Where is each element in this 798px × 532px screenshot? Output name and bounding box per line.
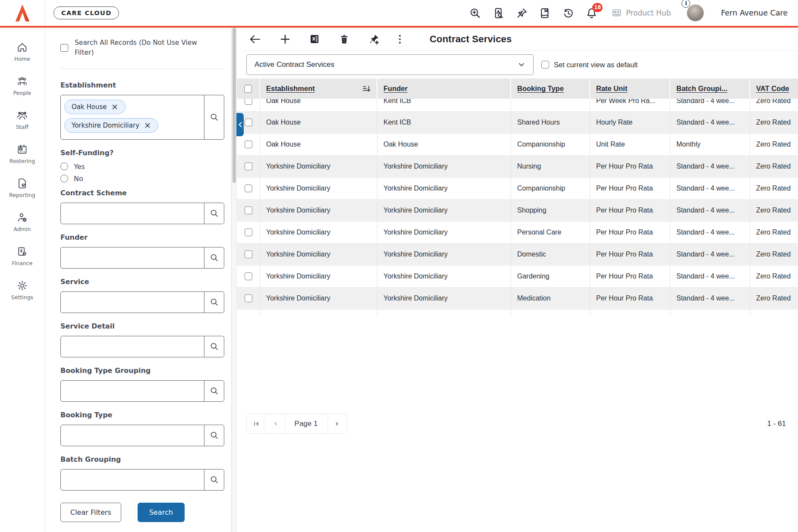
row-checkbox[interactable] bbox=[245, 141, 252, 148]
row-select-cell[interactable] bbox=[237, 99, 260, 112]
text-input[interactable] bbox=[61, 381, 204, 401]
chip-yorkshire-domiciliary[interactable]: Yorkshire Domiciliary bbox=[64, 118, 158, 133]
lookup-search-button[interactable] bbox=[204, 203, 224, 224]
text-input[interactable] bbox=[61, 203, 204, 224]
row-checkbox[interactable] bbox=[245, 119, 252, 126]
sidebar-item-settings[interactable]: Settings bbox=[11, 280, 33, 300]
notifications-bell-icon[interactable]: 18 bbox=[586, 7, 597, 19]
lookup-search-button[interactable] bbox=[204, 292, 224, 313]
filter-field-input[interactable] bbox=[60, 291, 224, 313]
delete-button[interactable] bbox=[339, 34, 349, 44]
table-row[interactable]: Yorkshire DomiciliaryYorkshire Domicilia… bbox=[237, 310, 798, 316]
pin-view-button[interactable] bbox=[368, 34, 380, 45]
text-input[interactable] bbox=[61, 292, 204, 313]
establishment-lookup-button[interactable] bbox=[204, 95, 224, 139]
lookup-search-button[interactable] bbox=[204, 247, 224, 268]
history-icon[interactable] bbox=[562, 7, 574, 19]
radio-yes[interactable] bbox=[60, 163, 68, 170]
row-select-cell[interactable] bbox=[237, 156, 260, 177]
back-button[interactable] bbox=[249, 34, 261, 44]
table-row[interactable]: Yorkshire DomiciliaryYorkshire Domicilia… bbox=[237, 200, 798, 222]
row-checkbox[interactable] bbox=[245, 228, 252, 236]
row-checkbox[interactable] bbox=[245, 294, 252, 302]
add-button[interactable] bbox=[280, 34, 290, 44]
bookmark-icon[interactable] bbox=[539, 7, 551, 19]
sidebar-item-reporting[interactable]: Reporting bbox=[9, 178, 35, 198]
table-row[interactable]: Yorkshire DomiciliaryYorkshire Domicilia… bbox=[237, 266, 798, 288]
sidebar-item-finance[interactable]: $ Finance bbox=[12, 246, 33, 266]
sidebar-item-rostering[interactable]: Rostering bbox=[9, 144, 35, 164]
clear-filters-button[interactable]: Clear Filters bbox=[60, 503, 121, 522]
row-checkbox[interactable] bbox=[245, 250, 252, 258]
text-input[interactable] bbox=[61, 247, 204, 268]
text-input[interactable] bbox=[61, 336, 204, 357]
table-row[interactable]: Oak HouseOak HouseCompanionshipUnit Rate… bbox=[237, 134, 798, 156]
table-row[interactable]: Yorkshire DomiciliaryYorkshire Domicilia… bbox=[237, 222, 798, 244]
row-select-cell[interactable] bbox=[237, 244, 260, 265]
row-checkbox[interactable] bbox=[245, 272, 252, 280]
select-all-checkbox[interactable] bbox=[244, 85, 252, 93]
panel-scrollbar[interactable] bbox=[232, 28, 237, 532]
table-row[interactable]: Yorkshire DomiciliaryYorkshire Domicilia… bbox=[237, 288, 798, 310]
search-all-checkbox[interactable] bbox=[60, 44, 68, 52]
more-options-button[interactable] bbox=[399, 34, 401, 44]
collapse-panel-tab[interactable] bbox=[236, 113, 244, 136]
filter-field-input[interactable] bbox=[60, 336, 224, 357]
filter-field-input[interactable] bbox=[60, 469, 224, 491]
zoom-in-icon[interactable] bbox=[469, 7, 481, 19]
chip-oak-house[interactable]: Oak House bbox=[64, 100, 126, 114]
column-header-rate-unit[interactable]: Rate Unit bbox=[590, 78, 670, 99]
text-input[interactable] bbox=[61, 425, 204, 446]
scrollbar-thumb[interactable] bbox=[232, 28, 236, 183]
sidebar-item-admin[interactable]: Admin bbox=[14, 212, 31, 232]
filter-field-input[interactable] bbox=[60, 247, 224, 269]
sidebar-item-home[interactable]: Home bbox=[14, 41, 30, 62]
column-header-establishment[interactable]: Establishment bbox=[260, 78, 377, 99]
lookup-search-button[interactable] bbox=[204, 469, 224, 490]
column-header-batch-grouping[interactable]: Batch Groupi... bbox=[670, 78, 750, 99]
row-checkbox[interactable] bbox=[245, 99, 252, 105]
sidebar-item-people[interactable]: People bbox=[13, 75, 31, 96]
radio-no[interactable] bbox=[60, 175, 68, 182]
search-button[interactable]: Search bbox=[138, 503, 185, 522]
row-checkbox[interactable] bbox=[245, 163, 252, 170]
self-funding-yes-option[interactable]: Yes bbox=[60, 163, 224, 171]
table-row[interactable]: Yorkshire DomiciliaryYorkshire Domicilia… bbox=[237, 178, 798, 200]
brand-logo[interactable] bbox=[0, 0, 45, 26]
product-hub-link[interactable]: Product Hub bbox=[612, 8, 671, 18]
first-page-button[interactable] bbox=[247, 414, 266, 433]
filter-field-input[interactable] bbox=[60, 203, 224, 224]
sort-descending-icon[interactable] bbox=[358, 84, 371, 93]
text-input[interactable] bbox=[61, 469, 204, 490]
row-select-cell[interactable] bbox=[237, 200, 260, 221]
record-search-icon[interactable] bbox=[493, 7, 504, 19]
lookup-search-button[interactable] bbox=[204, 336, 224, 357]
row-checkbox[interactable] bbox=[245, 185, 252, 192]
lookup-search-button[interactable] bbox=[204, 381, 224, 401]
export-excel-button[interactable]: X bbox=[309, 34, 320, 44]
column-header-vat-code[interactable]: VAT Code bbox=[750, 78, 798, 99]
table-row[interactable]: Oak HouseKent ICBShared HoursHourly Rate… bbox=[237, 112, 798, 134]
table-row[interactable]: Yorkshire DomiciliaryYorkshire Domicilia… bbox=[237, 244, 798, 266]
chip-remove-icon[interactable] bbox=[144, 122, 151, 129]
row-select-cell[interactable] bbox=[237, 178, 260, 199]
view-selector-dropdown[interactable]: Active Contract Services bbox=[246, 54, 534, 75]
row-select-cell[interactable] bbox=[237, 134, 260, 155]
pin-icon[interactable] bbox=[516, 7, 528, 19]
previous-page-button[interactable] bbox=[266, 414, 285, 433]
set-default-option[interactable]: Set current view as default bbox=[541, 61, 638, 69]
select-all-cell[interactable] bbox=[237, 78, 260, 99]
search-all-records-option[interactable]: Search All Records (Do Not Use View Filt… bbox=[60, 38, 224, 58]
lookup-search-button[interactable] bbox=[204, 425, 224, 446]
sidebar-item-staff[interactable]: Staff bbox=[16, 110, 28, 130]
column-header-booking-type[interactable]: Booking Type bbox=[511, 78, 590, 99]
account-name[interactable]: Fern Avenue Care bbox=[721, 9, 788, 17]
row-select-cell[interactable] bbox=[237, 222, 260, 243]
chip-remove-icon[interactable] bbox=[111, 103, 118, 110]
set-default-checkbox[interactable] bbox=[541, 61, 549, 69]
table-row[interactable]: Yorkshire DomiciliaryYorkshire Domicilia… bbox=[237, 156, 798, 178]
establishment-multiselect[interactable]: Oak House Yorkshire Domiciliary bbox=[60, 95, 224, 140]
next-page-button[interactable] bbox=[328, 414, 347, 433]
row-select-cell[interactable] bbox=[237, 266, 260, 287]
self-funding-no-option[interactable]: No bbox=[60, 175, 224, 183]
